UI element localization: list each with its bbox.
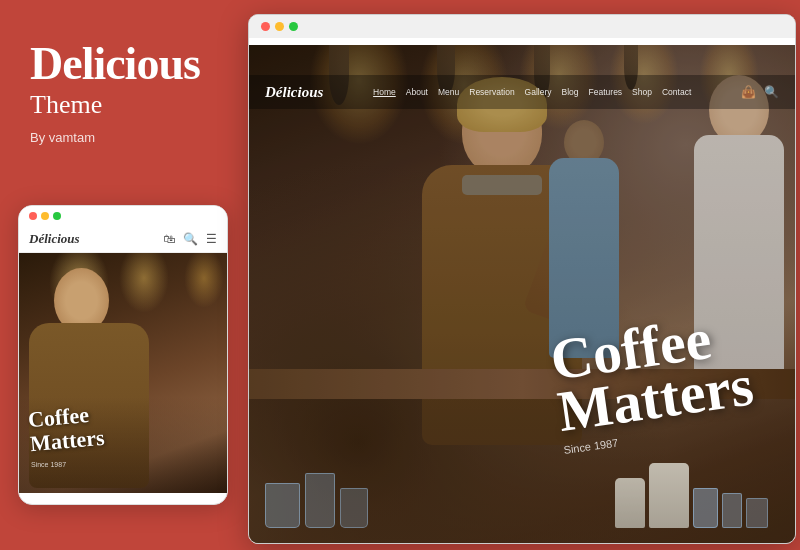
nav-link-gallery[interactable]: Gallery <box>525 87 552 97</box>
desktop-dot-red <box>261 22 270 31</box>
mobile-search-icon: 🔍 <box>183 232 198 247</box>
nav-link-menu[interactable]: Menu <box>438 87 459 97</box>
mobile-dot-green <box>53 212 61 220</box>
theme-title: Delicious <box>30 40 210 88</box>
desktop-dot-green <box>289 22 298 31</box>
mobile-nav: Délicious 🛍 🔍 ☰ <box>19 226 227 253</box>
mobile-dot-red <box>29 212 37 220</box>
nav-link-home[interactable]: Home <box>373 87 396 97</box>
desktop-dot-yellow <box>275 22 284 31</box>
nav-link-reservation[interactable]: Reservation <box>469 87 514 97</box>
mobile-logo: Délicious <box>29 231 80 247</box>
mobile-cart-icon: 🛍 <box>163 232 175 247</box>
mobile-mockup: Délicious 🛍 🔍 ☰ Coffee Matters Since 198… <box>18 205 228 505</box>
desktop-nav-links: Home About Menu Reservation Gallery Blog… <box>373 87 691 97</box>
nav-link-blog[interactable]: Blog <box>562 87 579 97</box>
desktop-search-icon[interactable]: 🔍 <box>764 85 779 100</box>
theme-author: By vamtam <box>30 130 210 145</box>
nav-link-contact[interactable]: Contact <box>662 87 691 97</box>
mobile-since: Since 1987 <box>31 461 66 468</box>
desktop-top-bar <box>249 15 795 38</box>
mobile-top-bar <box>19 206 227 226</box>
nav-link-features[interactable]: Features <box>589 87 623 97</box>
mobile-menu-icon: ☰ <box>206 232 217 247</box>
mobile-hero-text: Coffee Matters <box>27 401 105 456</box>
desktop-logo: Délicious <box>265 84 323 101</box>
desktop-mockup: Délicious Home About Menu Reservation Ga… <box>248 14 796 544</box>
desktop-hero: Délicious Home About Menu Reservation Ga… <box>249 45 795 543</box>
mobile-hero: Coffee Matters Since 1987 <box>19 253 227 493</box>
nav-link-about[interactable]: About <box>406 87 428 97</box>
mobile-hero-scene <box>19 253 227 493</box>
mobile-dot-yellow <box>41 212 49 220</box>
desktop-nav-actions: 👜 🔍 <box>741 85 779 100</box>
desktop-bag-icon[interactable]: 👜 <box>741 85 756 100</box>
theme-subtitle: Theme <box>30 90 210 120</box>
nav-link-shop[interactable]: Shop <box>632 87 652 97</box>
mobile-nav-icons: 🛍 🔍 ☰ <box>163 232 217 247</box>
desktop-nav: Délicious Home About Menu Reservation Ga… <box>249 75 795 109</box>
hero-overlay <box>249 45 795 543</box>
